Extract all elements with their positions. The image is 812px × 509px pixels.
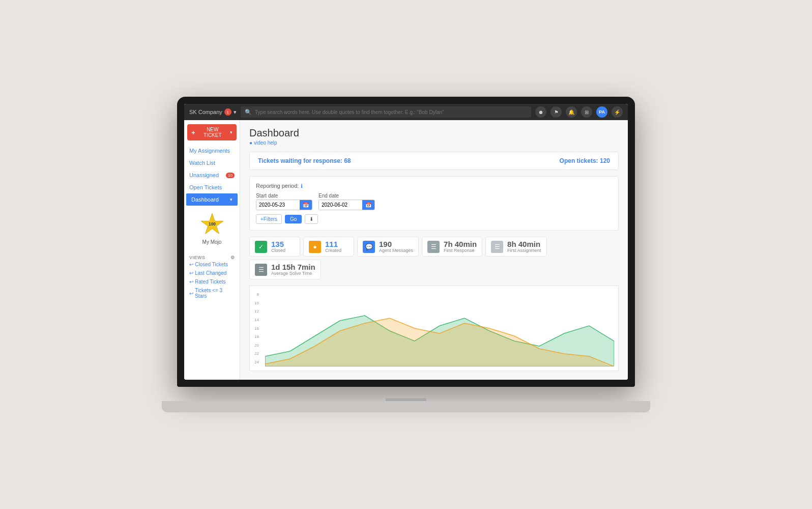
- search-icon: 🔍: [245, 109, 252, 116]
- views-section: VIEWS ⚙ ↩ Closed Tickets ↩ Last Changed: [184, 251, 240, 304]
- closed-label: Closed: [271, 248, 285, 253]
- agent-messages-icon: 💬: [363, 241, 375, 253]
- start-date-calendar-button[interactable]: 📅: [300, 200, 312, 210]
- stats-banner: Tickets waiting for response: 68 Open ti…: [249, 152, 619, 170]
- new-ticket-label: NEW TICKET: [197, 127, 228, 138]
- sidebar-item-open-tickets[interactable]: Open Tickets: [184, 181, 240, 193]
- company-badge: 1: [224, 108, 231, 116]
- metrics-row: ✓ 135 Closed ● 111 Created: [249, 237, 619, 279]
- play-icon: ●: [249, 140, 252, 146]
- metric-first-assignment: ☰ 8h 40min First Assignment: [485, 237, 547, 257]
- y-label: 14: [250, 318, 261, 322]
- sidebar-item-dashboard[interactable]: Dashboard ▾: [186, 193, 238, 206]
- chart-y-labels: 24 22 20 18 16 14 12 10 8: [250, 290, 261, 366]
- sidebar-item-my-assignments[interactable]: My Assignments: [184, 145, 240, 157]
- sidebar: + NEW TICKET ▾ My Assignments Watch List…: [184, 120, 240, 380]
- sidebar-nav: My Assignments Watch List Unassigned 10 …: [184, 145, 240, 206]
- first-assignment-icon: ☰: [491, 241, 503, 253]
- date-row: Start date 📅 End date 📅: [256, 193, 612, 210]
- search-bar[interactable]: 🔍: [241, 106, 531, 118]
- avg-solve-value: 1d 15h 7min: [271, 263, 315, 271]
- sidebar-item-label: Unassigned: [189, 172, 219, 178]
- end-date-field: End date 📅: [318, 193, 375, 210]
- reporting-section: Reporting period: ℹ Start date 📅: [249, 176, 619, 231]
- main-content: Dashboard ● video help Tickets waiting f…: [240, 120, 628, 380]
- company-dropdown-icon[interactable]: ▾: [234, 109, 237, 116]
- new-ticket-button[interactable]: + NEW TICKET ▾: [187, 124, 237, 140]
- mojo-section: 100 My Mojo: [184, 206, 240, 251]
- metric-agent-messages: 💬 190 Agent Messages: [357, 237, 419, 257]
- settings-icon[interactable]: ⚡: [612, 106, 623, 118]
- chart-area: [265, 290, 614, 366]
- download-button[interactable]: ⬇: [305, 214, 318, 224]
- metric-created: ● 111 Created: [303, 237, 354, 257]
- views-item-tickets-3stars[interactable]: ↩ Tickets <= 3 Stars: [189, 286, 235, 300]
- avg-solve-icon: ☰: [255, 264, 267, 276]
- views-item-closed-tickets[interactable]: ↩ Closed Tickets: [189, 260, 235, 269]
- agent-messages-value: 190: [379, 240, 413, 248]
- reporting-header: Reporting period: ℹ: [256, 183, 612, 189]
- sidebar-item-watch-list[interactable]: Watch List: [184, 157, 240, 169]
- sidebar-item-unassigned[interactable]: Unassigned 10: [184, 169, 240, 181]
- mojo-label: My Mojo: [202, 239, 222, 245]
- avatar[interactable]: PA: [596, 106, 607, 118]
- avg-solve-label: Average Solve Time: [271, 271, 315, 276]
- created-icon: ●: [309, 241, 321, 253]
- area-chart-svg: [265, 290, 614, 366]
- record-button[interactable]: ⏺: [535, 106, 546, 118]
- first-assignment-value: 8h 40min: [507, 240, 541, 248]
- mojo-star-container: 100: [199, 212, 225, 237]
- mojo-star-icon: 100: [199, 212, 225, 237]
- end-date-input[interactable]: [319, 201, 362, 209]
- filter-row: +Filters Go ⬇: [256, 214, 612, 224]
- top-bar: SK Company 1 ▾ 🔍 ⏺ ⚑ 🔔 ⊞ PA ⚡: [184, 104, 628, 120]
- top-bar-actions: ⏺ ⚑ 🔔 ⊞ PA ⚡: [535, 106, 623, 118]
- start-date-field: Start date 📅: [256, 193, 312, 210]
- closed-value: 135: [271, 240, 285, 248]
- sidebar-item-label: Dashboard: [191, 196, 219, 203]
- open-stat: Open tickets: 120: [560, 157, 610, 164]
- y-label: 20: [250, 343, 261, 348]
- metric-closed: ✓ 135 Closed: [249, 237, 300, 257]
- created-value: 111: [325, 240, 341, 248]
- end-date-calendar-button[interactable]: 📅: [362, 200, 374, 210]
- y-label: 24: [250, 360, 261, 364]
- y-label: 18: [250, 334, 261, 339]
- start-date-input[interactable]: [256, 201, 300, 209]
- sidebar-item-label: Open Tickets: [189, 184, 222, 190]
- go-button[interactable]: Go: [285, 215, 302, 223]
- waiting-stat: Tickets waiting for response: 68: [258, 157, 351, 164]
- search-input[interactable]: [255, 109, 527, 115]
- first-response-icon: ☰: [427, 241, 440, 253]
- y-label: 22: [250, 351, 261, 356]
- views-title: VIEWS ⚙: [189, 255, 235, 260]
- sidebar-item-label: Watch List: [189, 160, 215, 166]
- views-settings-icon[interactable]: ⚙: [230, 255, 235, 260]
- flag-button[interactable]: ⚑: [550, 106, 562, 118]
- created-label: Created: [325, 248, 341, 253]
- filters-button[interactable]: +Filters: [256, 214, 282, 224]
- company-selector[interactable]: SK Company 1 ▾: [189, 108, 237, 116]
- agent-messages-label: Agent Messages: [379, 248, 413, 253]
- first-response-label: First Response: [444, 248, 477, 253]
- bell-button[interactable]: 🔔: [566, 106, 577, 118]
- page-title: Dashboard: [249, 127, 619, 139]
- views-item-last-changed[interactable]: ↩ Last Changed: [189, 269, 235, 277]
- metric-first-response: ☰ 7h 40min First Response: [422, 237, 482, 257]
- info-icon: ℹ: [301, 183, 303, 189]
- y-label: 10: [250, 301, 261, 305]
- video-help-link[interactable]: ● video help: [249, 140, 619, 146]
- unassigned-badge: 10: [226, 173, 235, 178]
- sidebar-item-label: My Assignments: [189, 148, 230, 154]
- views-item-rated-tickets[interactable]: ↩ Rated Tickets: [189, 277, 235, 286]
- closed-icon: ✓: [255, 241, 267, 253]
- company-name: SK Company: [189, 109, 222, 115]
- y-label: 8: [250, 292, 261, 297]
- y-label: 16: [250, 326, 261, 331]
- grid-button[interactable]: ⊞: [581, 106, 592, 118]
- open-count: 120: [600, 157, 610, 164]
- first-response-value: 7h 40min: [444, 240, 477, 248]
- y-label: 12: [250, 309, 261, 314]
- waiting-count: 68: [344, 157, 351, 164]
- chart-container: 24 22 20 18 16 14 12 10 8: [249, 286, 619, 371]
